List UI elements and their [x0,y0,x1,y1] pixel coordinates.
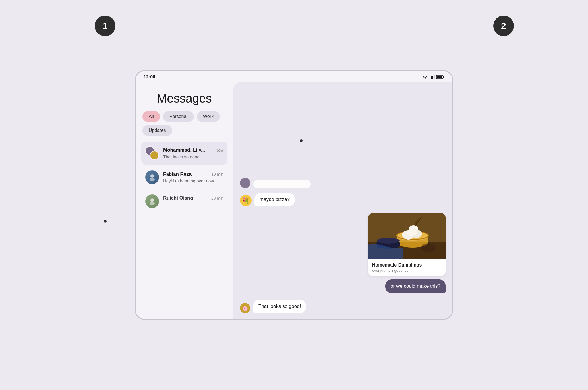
battery-icon [436,75,444,79]
convo-time-3: 20 min [211,196,223,200]
convo-info-1: Mohammad, Lily... Now That looks so good… [163,147,223,159]
conversation-item-3[interactable]: Ruichi Qiang 20 min [141,190,227,213]
convo-name-1: Mohammad, Lily... [163,147,205,153]
filter-chip-all[interactable]: All [142,111,160,122]
convo-time-2: 10 min [211,172,223,177]
avatar-bottom: 🌸 [240,303,250,313]
bubble-cutoff [253,180,311,188]
filter-chip-personal[interactable]: Personal [163,111,194,122]
svg-rect-6 [432,76,433,79]
filter-chip-updates[interactable]: Updates [142,125,172,136]
status-icons [422,75,444,79]
convo-name-3: Ruichi Qiang [163,195,193,201]
status-time: 12:00 [144,74,155,80]
convo-header-3: Ruichi Qiang 20 min [163,195,223,201]
convo-name-2: Fabian Reza [163,171,192,177]
main-content: Messages All Personal Work Updates [136,82,452,319]
convo-header-1: Mohammad, Lily... Now [163,147,223,153]
bubble-sent-make-this: or we could make this? [385,279,446,293]
svg-point-14 [150,202,155,205]
wifi-icon [422,75,428,79]
link-card-body: Homemade Dumplings everydumplingever.com [368,259,446,276]
device-frame: 12:00 Mess [135,70,453,320]
messages-panel: Messages All Personal Work Updates [136,82,233,319]
convo-preview-2: Hey! I'm heading over now [163,178,223,183]
signal-icon [430,75,435,79]
svg-rect-10 [437,76,442,78]
filter-chips: All Personal Work Updates [141,111,227,136]
svg-point-12 [150,178,155,181]
svg-rect-4 [430,77,430,79]
svg-point-1 [104,220,107,223]
avatar-ruichi [145,194,159,208]
svg-point-26 [409,225,418,232]
avatar-fabian [145,170,159,184]
chat-messages: 💐 maybe pizza? [233,82,452,319]
filter-chip-work[interactable]: Work [197,111,220,122]
bottom-message-preview: 🌸 That looks so good! [240,300,446,313]
convo-header-2: Fabian Reza 10 min [163,171,223,177]
svg-rect-5 [431,76,432,79]
svg-point-13 [150,198,154,202]
link-card-image [368,213,446,259]
convo-info-2: Fabian Reza 10 min Hey! I'm heading over… [163,171,223,183]
svg-point-11 [150,174,154,178]
avatar-flower: 💐 [240,195,252,206]
annotation-badge-2: 2 [493,16,514,36]
message-maybe-pizza: 💐 maybe pizza? [240,193,446,206]
message-cutoff [240,178,446,188]
convo-info-3: Ruichi Qiang 20 min [163,195,223,207]
convo-time-1: Now [215,148,223,152]
avatar-cutoff [240,178,250,188]
bubble-bottom-preview: That looks so good! [253,300,306,313]
svg-rect-9 [443,76,444,78]
conversation-item-2[interactable]: Fabian Reza 10 min Hey! I'm heading over… [141,166,227,189]
annotation-badge-1: 1 [95,16,115,36]
link-card-dumplings[interactable]: Homemade Dumplings everydumplingever.com [368,213,446,276]
conversation-item-1[interactable]: Mohammad, Lily... Now That looks so good… [141,142,227,165]
svg-point-30 [377,238,400,244]
conversation-list: Mohammad, Lily... Now That looks so good… [141,142,227,312]
convo-preview-1: That looks so good! [163,154,223,159]
page-title: Messages [141,89,227,105]
avatar-multi-1 [145,146,159,160]
chat-panel: 💐 maybe pizza? [233,82,452,319]
convo-preview-3 [163,202,223,207]
link-card-url: everydumplingever.com [372,268,442,273]
svg-point-31 [421,243,436,252]
link-card-title: Homemade Dumplings [372,262,442,268]
svg-rect-7 [434,75,435,79]
bubble-maybe-pizza: maybe pizza? [254,193,295,206]
status-bar: 12:00 [136,71,452,82]
